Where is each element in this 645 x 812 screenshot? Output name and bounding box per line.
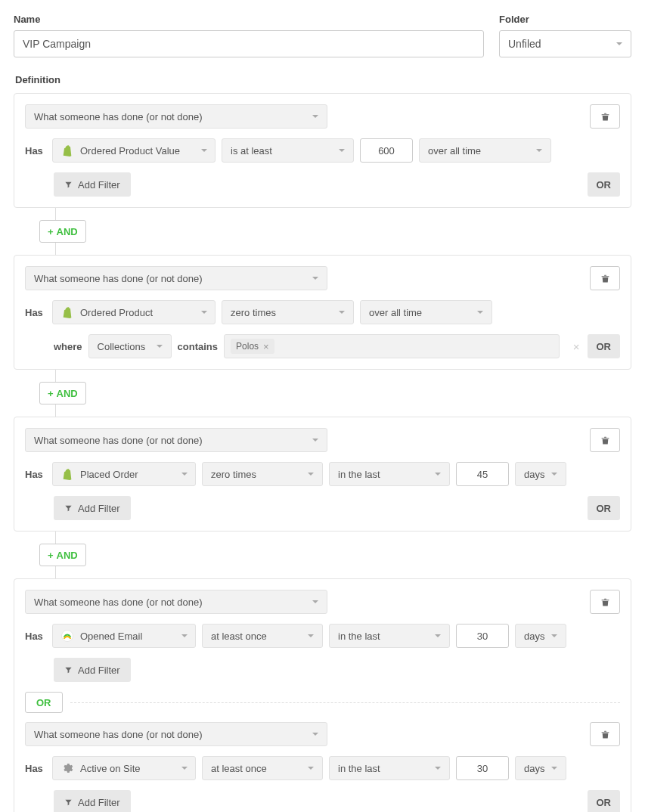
timeframe-select[interactable]: over all time xyxy=(419,138,551,163)
chevron-down-icon xyxy=(339,311,345,314)
name-label: Name xyxy=(14,14,484,25)
shopify-icon xyxy=(60,305,74,319)
gear-icon xyxy=(60,761,74,775)
filter-icon xyxy=(64,798,73,807)
connector-line xyxy=(55,566,56,578)
filter-icon xyxy=(64,666,73,674)
or-button[interactable]: OR xyxy=(588,334,621,358)
has-label: Has xyxy=(25,631,46,642)
condition-type-select[interactable]: What someone has done (or not done) xyxy=(25,428,327,452)
add-filter-button[interactable]: Add Filter xyxy=(54,658,131,682)
trash-icon xyxy=(600,730,610,739)
chevron-down-icon xyxy=(312,600,318,603)
chevron-down-icon xyxy=(312,277,318,280)
chevron-down-icon xyxy=(312,733,318,736)
definition-heading: Definition xyxy=(15,74,631,85)
timeframe-select[interactable]: in the last xyxy=(329,624,450,648)
chevron-down-icon xyxy=(181,473,188,476)
operator-select[interactable]: is at least xyxy=(222,138,354,163)
value-input[interactable] xyxy=(360,138,413,163)
or-button[interactable]: OR xyxy=(588,172,621,197)
chevron-down-icon xyxy=(551,473,557,476)
chevron-down-icon xyxy=(157,345,163,348)
add-filter-button[interactable]: Add Filter xyxy=(54,496,131,520)
where-field-select[interactable]: Collections xyxy=(88,334,172,358)
timeframe-select[interactable]: over all time xyxy=(360,300,492,324)
and-button[interactable]: +AND xyxy=(39,544,86,566)
folder-select[interactable]: Unfiled xyxy=(499,30,631,57)
delete-button[interactable] xyxy=(590,266,620,290)
trash-icon xyxy=(600,112,610,122)
has-label: Has xyxy=(25,763,46,774)
chevron-down-icon xyxy=(435,767,441,770)
klaviyo-icon xyxy=(60,629,74,643)
chevron-down-icon xyxy=(312,439,318,442)
unit-select[interactable]: days xyxy=(515,462,566,486)
delete-button[interactable] xyxy=(590,722,620,746)
event-select[interactable]: Opened Email xyxy=(52,624,196,648)
value-input[interactable] xyxy=(456,624,509,648)
or-button[interactable]: OR xyxy=(588,496,621,520)
delete-button[interactable] xyxy=(590,104,620,129)
condition-type-select[interactable]: What someone has done (or not done) xyxy=(25,722,327,746)
remove-tag-icon[interactable]: × xyxy=(263,342,269,352)
where-value-field[interactable]: Polos × xyxy=(224,334,560,358)
connector-line xyxy=(55,208,56,220)
or-button[interactable]: OR xyxy=(588,790,621,812)
delete-button[interactable] xyxy=(590,590,620,614)
add-filter-button[interactable]: Add Filter xyxy=(54,790,131,812)
event-select[interactable]: Ordered Product xyxy=(52,300,216,324)
chevron-down-icon xyxy=(551,634,557,637)
connector-line xyxy=(55,243,56,255)
chevron-down-icon xyxy=(536,149,542,152)
and-button[interactable]: +AND xyxy=(39,220,86,243)
condition-block: What someone has done (or not done) Has … xyxy=(14,93,631,208)
chevron-down-icon xyxy=(308,767,314,770)
name-input[interactable] xyxy=(14,30,484,57)
chevron-down-icon xyxy=(551,767,557,770)
chevron-down-icon xyxy=(312,115,318,118)
chevron-down-icon xyxy=(435,634,441,637)
filter-icon xyxy=(64,504,73,513)
dashed-line xyxy=(70,702,621,703)
filter-tag: Polos × xyxy=(231,339,274,354)
folder-label: Folder xyxy=(499,14,631,25)
has-label: Has xyxy=(25,469,46,480)
or-label[interactable]: OR xyxy=(25,692,63,713)
remove-filter-icon[interactable]: × xyxy=(566,340,588,353)
or-separator: OR xyxy=(25,692,620,713)
value-input[interactable] xyxy=(456,462,509,486)
contains-label: contains xyxy=(178,341,218,352)
operator-select[interactable]: at least once xyxy=(202,756,323,780)
timeframe-select[interactable]: in the last xyxy=(329,756,450,780)
operator-select[interactable]: zero times xyxy=(202,462,323,486)
condition-block: What someone has done (or not done) Has … xyxy=(14,255,631,370)
chevron-down-icon xyxy=(181,767,188,770)
event-select[interactable]: Active on Site xyxy=(52,756,196,780)
shopify-icon xyxy=(60,144,74,157)
trash-icon xyxy=(600,435,610,445)
and-button[interactable]: +AND xyxy=(39,382,86,404)
value-input[interactable] xyxy=(456,756,509,780)
chevron-down-icon xyxy=(201,149,207,152)
add-filter-button[interactable]: Add Filter xyxy=(54,172,131,197)
trash-icon xyxy=(600,597,610,607)
where-label: where xyxy=(54,341,82,352)
delete-button[interactable] xyxy=(590,428,620,452)
event-select[interactable]: Ordered Product Value xyxy=(52,138,216,163)
trash-icon xyxy=(600,274,610,284)
operator-select[interactable]: at least once xyxy=(202,624,323,648)
folder-value: Unfiled xyxy=(508,38,541,50)
timeframe-select[interactable]: in the last xyxy=(329,462,450,486)
operator-select[interactable]: zero times xyxy=(222,300,354,324)
shopify-icon xyxy=(60,467,74,481)
chevron-down-icon xyxy=(477,311,483,314)
chevron-down-icon xyxy=(435,473,441,476)
condition-type-select[interactable]: What someone has done (or not done) xyxy=(25,104,327,129)
unit-select[interactable]: days xyxy=(515,624,566,648)
unit-select[interactable]: days xyxy=(515,756,566,780)
event-select[interactable]: Placed Order xyxy=(52,462,196,486)
chevron-down-icon xyxy=(308,473,314,476)
condition-type-select[interactable]: What someone has done (or not done) xyxy=(25,266,327,290)
condition-type-select[interactable]: What someone has done (or not done) xyxy=(25,590,327,614)
